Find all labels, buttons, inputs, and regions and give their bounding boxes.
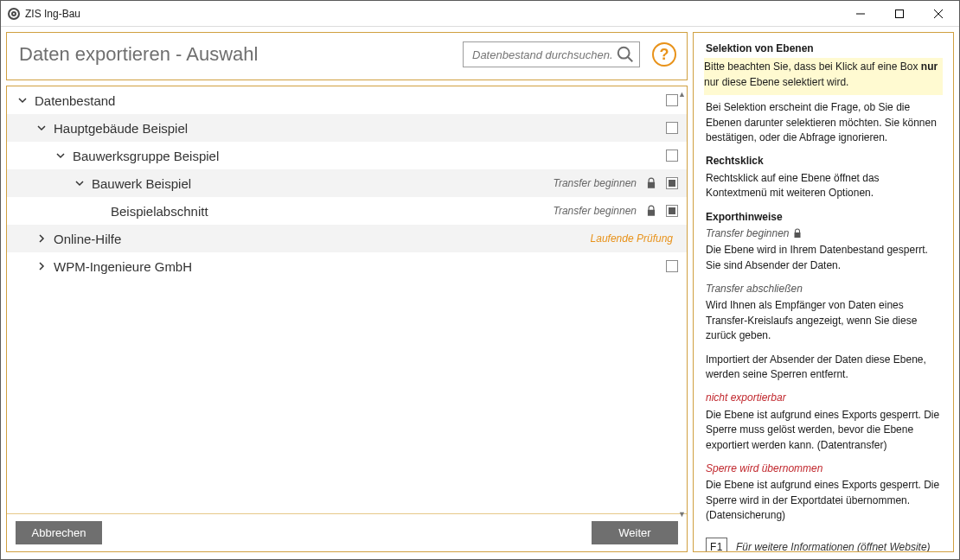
svg-point-4 [618,48,630,59]
tree-row-label: Datenbestand [35,93,662,108]
info-heading-rightclick: Rechtsklick [706,154,941,169]
tree-row[interactable]: Hauptgebäude Beispiel [7,114,687,142]
app-window: ZIS Ing-Bau Daten exportieren - Auswahl … [0,0,960,560]
chevron-down-icon[interactable] [33,123,50,133]
title-bar: ZIS Ing-Bau [1,1,959,27]
tree-panel: DatenbestandHauptgebäude BeispielBauwerk… [6,86,688,552]
info-text: nur diese Ebene selektiert wird. [704,76,848,88]
chevron-down-icon[interactable] [71,178,88,188]
tree-row-label: Beispielabschnitt [111,204,549,219]
info-subheading: Sperre wird übernommen [706,461,941,476]
svg-rect-1 [895,10,903,17]
scrollbar[interactable]: ▲▼ [678,90,685,519]
info-subheading: nicht exportierbar [706,391,941,405]
info-text: Rechtsklick auf eine Ebene öffnet das Ko… [706,171,941,201]
info-heading-selection: Selektion von Ebenen [706,41,941,56]
search-input[interactable] [463,41,640,67]
search-icon [616,45,635,64]
info-text: Für weitere Informationen (öffnet Websit… [736,540,931,552]
app-icon [8,8,20,20]
svg-line-5 [628,57,633,62]
lock-icon [645,205,657,217]
tree-row[interactable]: Bauwerksgruppe Beispiel [7,142,687,169]
info-heading-export: Exporthinweise [706,210,941,225]
tree-row[interactable]: BeispielabschnittTransfer beginnen [7,197,687,225]
status-label: Transfer beginnen [553,205,637,217]
chevron-down-icon[interactable] [14,95,31,105]
tree-row[interactable]: Datenbestand [7,86,687,114]
tree-row[interactable]: Online-HilfeLaufende Prüfung [7,225,687,252]
info-text-bold: nur [921,60,938,73]
chevron-down-icon[interactable] [52,150,69,161]
header-panel: Daten exportieren - Auswahl ? [6,32,688,80]
checkbox-indeterminate[interactable] [666,205,678,217]
button-bar: Abbrechen Weiter [7,514,687,551]
info-text: Die Ebene ist aufgrund eines Exports ges… [706,408,941,453]
f1-help-link[interactable]: F1 Für weitere Informationen (öffnet Web… [706,532,941,552]
tree-row-label: Online-Hilfe [54,232,587,246]
info-subheading: Transfer beginnen [706,227,790,239]
lock-icon [792,228,803,239]
status-label: Laufende Prüfung [591,232,673,245]
checkbox[interactable] [666,150,678,162]
tree-row[interactable]: Bauwerk BeispielTransfer beginnen [7,169,687,197]
checkbox[interactable] [666,94,678,106]
info-panel: Selektion von Ebenen Bitte beachten Sie,… [693,32,954,552]
info-text: Wird Ihnen als Empfänger von Daten eines… [706,298,941,343]
tree-row[interactable]: WPM-Ingenieure GmbH [7,252,687,280]
info-text: Bei Selektion erscheint die Frage, ob Si… [706,100,941,145]
tree-row-label: Hauptgebäude Beispiel [54,121,662,136]
info-text: Importiert der Absender der Daten diese … [706,353,941,383]
tree-row-label: WPM-Ingenieure GmbH [54,259,662,274]
lock-icon [645,177,657,189]
status-label: Transfer beginnen [553,177,637,189]
help-icon: ? [660,46,669,64]
tree-row-label: Bauwerk Beispiel [92,176,549,191]
cancel-button[interactable]: Abbrechen [16,521,102,544]
info-text: Die Ebene wird in Ihrem Datenbestand ges… [706,243,941,273]
info-text: Bitte beachten Sie, dass bei Klick auf e… [704,60,921,73]
f1-key-icon: F1 [706,538,727,552]
chevron-right-icon[interactable] [33,261,50,271]
page-title: Daten exportieren - Auswahl [19,43,456,66]
window-minimize-button[interactable] [841,1,880,26]
checkbox[interactable] [666,260,678,272]
info-text: Die Ebene ist aufgrund eines Exports ges… [706,478,941,523]
checkbox[interactable] [666,122,678,134]
window-maximize-button[interactable] [880,1,918,26]
app-title: ZIS Ing-Bau [25,8,80,20]
help-button[interactable]: ? [652,42,676,67]
window-close-button[interactable] [918,1,957,26]
chevron-right-icon[interactable] [33,233,50,244]
checkbox-indeterminate[interactable] [666,177,678,189]
info-subheading: Transfer abschließen [706,282,941,296]
next-button[interactable]: Weiter [592,521,678,544]
tree-row-label: Bauwerksgruppe Beispiel [73,149,662,163]
